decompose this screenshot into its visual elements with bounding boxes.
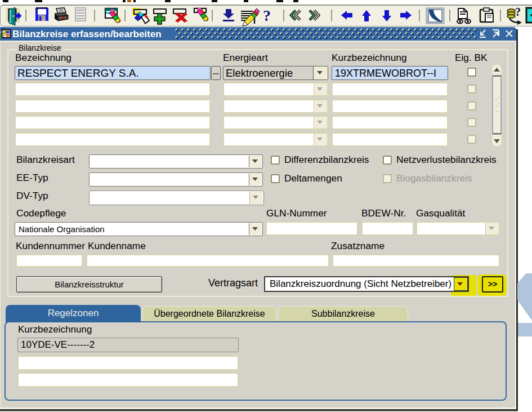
svg-text:?: ? (515, 6, 521, 18)
svg-text:?: ? (263, 7, 271, 24)
